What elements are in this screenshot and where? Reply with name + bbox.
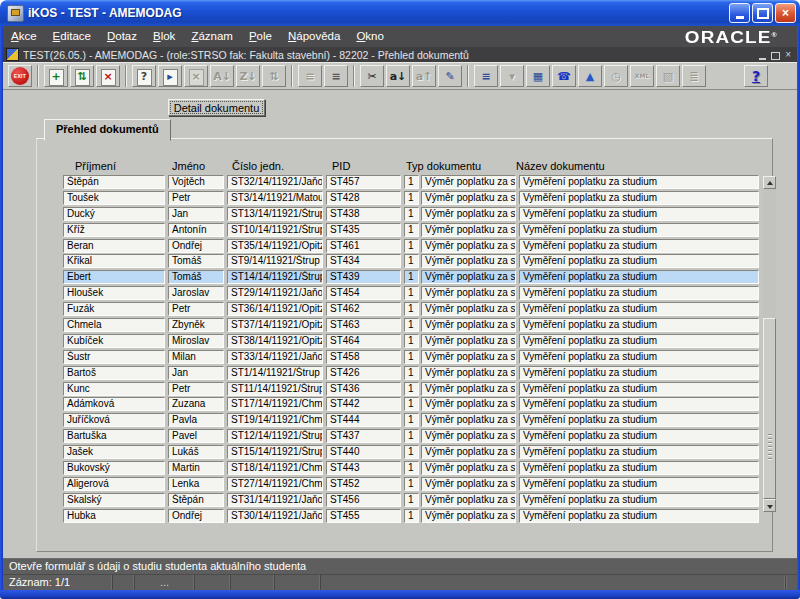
cell-jmeno[interactable]: Štěpán <box>168 493 224 507</box>
cell-pid[interactable]: ST444 <box>326 413 401 427</box>
cell-typ-cislo[interactable]: 1 <box>404 175 419 189</box>
cell-typ-cislo[interactable]: 1 <box>404 318 419 332</box>
paste-button[interactable]: a↑ <box>412 65 436 87</box>
insert-record-button[interactable]: + <box>44 65 68 87</box>
cell-typ-dokumentu[interactable]: Výměr poplatku za studiu <box>421 413 516 427</box>
cell-typ-cislo[interactable]: 1 <box>404 191 419 205</box>
cell-cislo-jedn[interactable]: ST1/14/11921/Štrup <box>227 366 323 380</box>
cell-prijmeni[interactable]: Bartoš <box>63 366 165 380</box>
cell-jmeno[interactable]: Zbyněk <box>168 318 224 332</box>
cell-pid[interactable]: ST454 <box>326 286 401 300</box>
cell-typ-dokumentu[interactable]: Výměr poplatku za studiu <box>421 334 516 348</box>
menu-item[interactable]: Pole <box>241 26 280 47</box>
cell-prijmeni[interactable]: Šustr <box>63 350 165 364</box>
menu-item[interactable]: Okno <box>348 26 392 47</box>
cell-typ-dokumentu[interactable]: Výměr poplatku za studiu <box>421 493 516 507</box>
menu-item[interactable]: Záznam <box>183 26 241 47</box>
cell-typ-cislo[interactable]: 1 <box>404 477 419 491</box>
cell-cislo-jedn[interactable]: ST18/14/11921/Chmel <box>227 461 323 475</box>
cell-pid[interactable]: ST443 <box>326 461 401 475</box>
cell-prijmeni[interactable]: Adámková <box>63 397 165 411</box>
cell-typ-cislo[interactable]: 1 <box>404 493 419 507</box>
cell-cislo-jedn[interactable]: ST32/14/11921/Jaňou <box>227 175 323 189</box>
cell-typ-cislo[interactable]: 1 <box>404 461 419 475</box>
mdi-minimize-icon[interactable] <box>759 49 766 60</box>
cell-typ-cislo[interactable]: 1 <box>404 429 419 443</box>
menu-item[interactable]: Akce <box>3 26 45 47</box>
cell-jmeno[interactable]: Antonín <box>168 223 224 237</box>
cell-pid[interactable]: ST440 <box>326 445 401 459</box>
cell-typ-dokumentu[interactable]: Výměr poplatku za studiu <box>421 461 516 475</box>
cell-cislo-jedn[interactable]: ST13/14/11921/Štrup <box>227 207 323 221</box>
tree-button[interactable]: ≣ <box>682 65 706 87</box>
cell-nazev-dokumentu[interactable]: Vyměření poplatku za studium <box>519 286 759 300</box>
list-values-button[interactable]: ≡ <box>474 65 498 87</box>
cell-prijmeni[interactable]: Toušek <box>63 191 165 205</box>
cell-nazev-dokumentu[interactable]: Vyměření poplatku za studium <box>519 318 759 332</box>
cell-typ-dokumentu[interactable]: Výměr poplatku za studiu <box>421 445 516 459</box>
cell-pid[interactable]: ST434 <box>326 254 401 268</box>
xml-button[interactable]: XML <box>630 65 654 87</box>
sort-group-button[interactable]: ⇅ <box>262 65 286 87</box>
menu-item[interactable]: Editace <box>45 26 99 47</box>
cell-prijmeni[interactable]: Jašek <box>63 445 165 459</box>
cell-pid[interactable]: ST436 <box>326 382 401 396</box>
cell-nazev-dokumentu[interactable]: Vyměření poplatku za studium <box>519 350 759 364</box>
cell-prijmeni[interactable]: Kubíček <box>63 334 165 348</box>
scroll-down-button[interactable] <box>763 499 776 512</box>
cell-cislo-jedn[interactable]: ST15/14/11921/Štrup <box>227 445 323 459</box>
cell-cislo-jedn[interactable]: ST10/14/11921/Štrup <box>227 223 323 237</box>
cell-nazev-dokumentu[interactable]: Vyměření poplatku za studium <box>519 397 759 411</box>
cell-pid[interactable]: ST426 <box>326 366 401 380</box>
cell-typ-cislo[interactable]: 1 <box>404 397 419 411</box>
cell-jmeno[interactable]: Pavla <box>168 413 224 427</box>
cell-prijmeni[interactable]: Štěpán <box>63 175 165 189</box>
cell-cislo-jedn[interactable]: ST9/14/11921/Štrup <box>227 254 323 268</box>
cell-jmeno[interactable]: Miroslav <box>168 334 224 348</box>
cell-pid[interactable]: ST461 <box>326 239 401 253</box>
cell-typ-cislo[interactable]: 1 <box>404 509 419 523</box>
cell-typ-dokumentu[interactable]: Výměr poplatku za studiu <box>421 175 516 189</box>
cell-jmeno[interactable]: Petr <box>168 191 224 205</box>
scroll-up-button[interactable] <box>763 176 776 189</box>
cell-cislo-jedn[interactable]: ST37/14/11921/Opitz <box>227 318 323 332</box>
cell-pid[interactable]: ST464 <box>326 334 401 348</box>
cell-cislo-jedn[interactable]: ST38/14/11921/Opitz <box>227 334 323 348</box>
cell-typ-dokumentu[interactable]: Výměr poplatku za studiu <box>421 366 516 380</box>
cell-nazev-dokumentu[interactable]: Vyměření poplatku za studium <box>519 493 759 507</box>
cell-prijmeni[interactable]: Bartuška <box>63 429 165 443</box>
exit-button[interactable]: EXIT <box>8 65 32 87</box>
cell-jmeno[interactable]: Ondřej <box>168 239 224 253</box>
image-button[interactable]: ▧ <box>656 65 680 87</box>
cell-typ-dokumentu[interactable]: Výměr poplatku za studiu <box>421 270 516 284</box>
cell-typ-dokumentu[interactable]: Výměr poplatku za studiu <box>421 477 516 491</box>
cell-pid[interactable]: ST452 <box>326 477 401 491</box>
edit-button[interactable]: ✎ <box>438 65 462 87</box>
clipboard-button[interactable]: ▦ <box>526 65 550 87</box>
detail-dokumentu-button[interactable]: Detail dokumentu <box>168 99 265 116</box>
cell-pid[interactable]: ST439 <box>326 270 401 284</box>
vertical-scrollbar[interactable] <box>763 176 776 512</box>
cell-pid[interactable]: ST437 <box>326 429 401 443</box>
cell-jmeno[interactable]: Jan <box>168 366 224 380</box>
cell-pid[interactable]: ST457 <box>326 175 401 189</box>
cell-jmeno[interactable]: Milan <box>168 350 224 364</box>
sort-descending-button[interactable]: Z↓ <box>236 65 260 87</box>
cell-typ-cislo[interactable]: 1 <box>404 445 419 459</box>
cell-typ-cislo[interactable]: 1 <box>404 413 419 427</box>
delete-record-button[interactable]: × <box>96 65 120 87</box>
cell-jmeno[interactable]: Pavel <box>168 429 224 443</box>
cell-cislo-jedn[interactable]: ST14/14/11921/Štrup <box>227 270 323 284</box>
cell-typ-dokumentu[interactable]: Výměr poplatku za studiu <box>421 191 516 205</box>
cell-cislo-jedn[interactable]: ST17/14/11921/Chmel <box>227 397 323 411</box>
cell-nazev-dokumentu[interactable]: Vyměření poplatku za studium <box>519 445 759 459</box>
cell-nazev-dokumentu[interactable]: Vyměření poplatku za studium <box>519 413 759 427</box>
cell-nazev-dokumentu[interactable]: Vyměření poplatku za studium <box>519 302 759 316</box>
cell-prijmeni[interactable]: Křikal <box>63 254 165 268</box>
print-setup-button[interactable]: ≡ <box>324 65 348 87</box>
clock-button[interactable]: ◷ <box>604 65 628 87</box>
cell-prijmeni[interactable]: Hloušek <box>63 286 165 300</box>
cell-typ-dokumentu[interactable]: Výměr poplatku za studiu <box>421 207 516 221</box>
cell-nazev-dokumentu[interactable]: Vyměření poplatku za studium <box>519 461 759 475</box>
cell-prijmeni[interactable]: Chmela <box>63 318 165 332</box>
